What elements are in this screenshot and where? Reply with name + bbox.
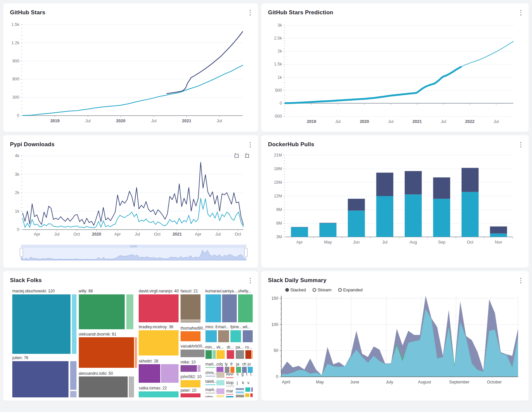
bar-segment-cyan[interactable]	[462, 192, 478, 237]
treemap-tile[interactable]	[226, 377, 233, 378]
datazoom-slider[interactable]	[20, 245, 247, 260]
zoom-select-icon[interactable]	[233, 153, 240, 159]
treemap-tile[interactable]	[135, 337, 137, 368]
treemap-tile[interactable]	[245, 387, 250, 392]
treemap-tile[interactable]	[181, 365, 197, 372]
treemap-mini-label[interactable]: mark...	[205, 388, 215, 393]
treemap-tile[interactable]	[205, 294, 221, 323]
bar-segment-cyan[interactable]	[376, 196, 393, 237]
treemap-tile[interactable]	[79, 376, 128, 397]
treemap-tile[interactable]	[181, 393, 200, 397]
kebab-menu-icon[interactable]	[248, 141, 252, 149]
x-axis-label: 2022	[465, 119, 474, 124]
treemap-tile[interactable]	[226, 396, 233, 397]
treemap-tile[interactable]	[205, 350, 212, 359]
treemap-tile[interactable]	[181, 380, 200, 387]
slack-folks-treemap: maciej.obuchowski: 120willy: 68david.vir…	[12, 289, 253, 397]
github-stars-chart: 03006009001.2k1.5k2019Jul2020Jul2021Jul	[3, 16, 258, 128]
treemap-tile[interactable]	[230, 330, 241, 343]
bar-segment-navy[interactable]	[291, 227, 308, 227]
treemap-mini-label[interactable]: taleb...	[205, 379, 215, 385]
treemap-tile[interactable]	[236, 388, 244, 390]
kebab-menu-icon[interactable]	[519, 141, 523, 149]
bar-segment-cyan[interactable]	[433, 199, 450, 237]
bar-segment-cyan[interactable]	[405, 194, 422, 237]
treemap-tile[interactable]	[181, 350, 204, 357]
bar-segment-navy[interactable]	[490, 227, 507, 234]
treemap-tile[interactable]	[205, 330, 217, 343]
bar-segment-cyan[interactable]	[348, 211, 365, 237]
treemap-tile[interactable]	[72, 294, 76, 354]
treemap-tile[interactable]	[216, 395, 225, 397]
treemap-tile[interactable]	[198, 365, 200, 372]
treemap-tile[interactable]	[181, 294, 200, 320]
treemap-tile[interactable]	[245, 393, 249, 397]
treemap-tile[interactable]	[236, 391, 244, 393]
treemap-tile[interactable]	[252, 350, 253, 359]
treemap-tile[interactable]	[212, 350, 216, 359]
treemap-tile[interactable]	[236, 395, 244, 397]
treemap-tile[interactable]	[129, 376, 134, 397]
dashboard-grid: GitHub Stars 03006009001.2k1.5k2019Jul20…	[0, 0, 532, 404]
restore-icon[interactable]	[244, 153, 250, 159]
bar-segment-navy[interactable]	[376, 173, 393, 196]
legend-item-stacked[interactable]: Stacked	[285, 287, 306, 292]
treemap-tile[interactable]	[70, 361, 77, 390]
treemap-tile[interactable]	[181, 320, 200, 323]
card-dockerhub-pulls: DockerHub Pulls 3M6M9M12M15M18M21MAprMay…	[261, 135, 529, 268]
treemap-tile[interactable]	[216, 372, 225, 378]
treemap-mini-label[interactable]: mart...	[205, 362, 215, 368]
treemap-tile[interactable]	[226, 386, 234, 387]
treemap-tile[interactable]	[161, 364, 179, 383]
treemap-tile[interactable]	[12, 361, 68, 397]
bar-segment-navy[interactable]	[320, 223, 336, 223]
treemap-label: julien: 76	[12, 356, 28, 360]
treemap-mini-label[interactable]: pitm...	[205, 395, 215, 397]
x-axis-label: Jul	[215, 232, 221, 237]
slider-handle-right[interactable]	[244, 248, 247, 257]
bar-segment-navy[interactable]	[433, 177, 450, 199]
treemap-tile[interactable]	[70, 391, 77, 397]
treemap-tile[interactable]	[238, 294, 253, 323]
treemap-tile[interactable]	[227, 350, 234, 359]
treemap-tile[interactable]	[216, 380, 225, 385]
legend-item-stream[interactable]: Stream	[313, 287, 332, 292]
bar-segment-navy[interactable]	[462, 168, 478, 192]
treemap-tile[interactable]	[126, 294, 133, 329]
treemap-label: j	[237, 381, 238, 385]
treemap-tile[interactable]	[181, 331, 200, 341]
kebab-menu-icon[interactable]	[519, 276, 523, 285]
treemap-label: david.virgil.naranjo: 40	[139, 289, 179, 293]
kebab-menu-icon[interactable]	[248, 9, 252, 17]
treemap-tile[interactable]	[226, 394, 233, 395]
card-title: GitHub Stars	[10, 9, 258, 16]
treemap-tile[interactable]	[139, 364, 160, 383]
kebab-menu-icon[interactable]	[248, 276, 252, 285]
legend-item-expanded[interactable]: Expanded	[338, 287, 363, 292]
bar-segment-cyan[interactable]	[291, 227, 308, 237]
slider-grip[interactable]	[130, 246, 137, 248]
treemap-tile[interactable]	[218, 330, 229, 343]
treemap-tile[interactable]	[236, 350, 244, 359]
slider-handle-left[interactable]	[20, 248, 23, 257]
treemap-tile[interactable]	[79, 294, 125, 329]
treemap-tile[interactable]	[245, 350, 252, 359]
treemap-tile[interactable]	[222, 294, 237, 323]
bar-segment-navy[interactable]	[348, 199, 365, 211]
treemap-tile[interactable]	[12, 294, 70, 354]
treemap-tile[interactable]	[216, 350, 225, 359]
treemap-tile[interactable]	[251, 387, 253, 392]
treemap-tile[interactable]	[216, 388, 225, 394]
treemap-tile[interactable]	[139, 330, 179, 356]
treemap-tile[interactable]	[243, 330, 253, 343]
kebab-menu-icon[interactable]	[519, 9, 523, 17]
bar-segment-navy[interactable]	[405, 171, 422, 194]
treemap-tile[interactable]	[139, 391, 179, 397]
treemap-tile[interactable]	[250, 393, 253, 397]
treemap-tile[interactable]	[139, 294, 179, 323]
bar-segment-cyan[interactable]	[320, 223, 336, 237]
bar-segment-cyan[interactable]	[490, 234, 507, 237]
treemap-mini-label[interactable]: chris...	[205, 371, 215, 376]
treemap-label: fr	[230, 362, 233, 366]
treemap-tile[interactable]	[79, 337, 134, 368]
